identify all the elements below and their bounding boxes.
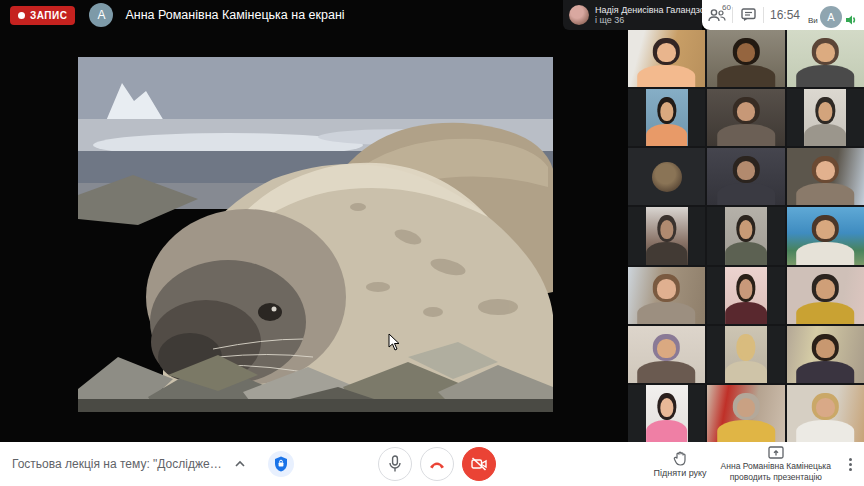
- recording-badge: ЗАПИС: [10, 6, 75, 25]
- host-controls-button[interactable]: [268, 451, 294, 477]
- person-silhouette: [718, 96, 774, 146]
- mouse-cursor-icon: [388, 333, 400, 351]
- bottom-right-cluster: Підняти руку Анна Романівна Камінецька п…: [653, 446, 856, 482]
- meeting-title: Гостьова лекція на тему: "Дослідження на…: [12, 457, 222, 471]
- participants-button[interactable]: 60: [702, 0, 732, 30]
- person-silhouette: [797, 333, 853, 383]
- shield-lock-icon: [274, 456, 288, 472]
- camera-off-button[interactable]: [462, 447, 496, 481]
- chat-button[interactable]: [733, 0, 763, 30]
- record-dot-icon: [18, 12, 25, 19]
- participant-grid: [628, 30, 864, 442]
- participant-tile-person-white-shirt[interactable]: [787, 385, 864, 442]
- participant-video: [787, 326, 864, 383]
- person-silhouette: [639, 333, 695, 383]
- presenting-status[interactable]: Анна Романівна Камінецька проводить през…: [721, 446, 831, 482]
- microphone-button[interactable]: [378, 447, 412, 481]
- participant-tile-girl-striped-top[interactable]: [787, 30, 864, 87]
- participant-video: [725, 326, 767, 383]
- raise-hand-label: Підняти руку: [653, 468, 706, 478]
- google-meet-window: { "topbar": { "recording_label": "ЗАПИС"…: [0, 0, 864, 486]
- participant-video: [628, 326, 705, 383]
- joined-lines: Надія Денисівна Галандзов... і ще 36: [595, 5, 702, 25]
- self-view-label: Ви: [808, 16, 818, 25]
- presenter-title: Анна Романівна Камінецька на екрані: [125, 8, 344, 22]
- person-silhouette: [726, 214, 766, 264]
- person-silhouette: [718, 37, 774, 87]
- more-vert-icon: [849, 458, 852, 461]
- participant-video: [646, 89, 688, 146]
- raise-hand-button[interactable]: Підняти руку: [653, 451, 706, 478]
- chat-icon: [741, 8, 756, 22]
- person-silhouette: [647, 96, 687, 146]
- joined-name: Надія Денисівна Галандзов...: [595, 5, 702, 15]
- person-silhouette: [647, 214, 687, 264]
- participant-video: [646, 207, 688, 264]
- participant-video: [787, 385, 864, 442]
- joined-participants-pill[interactable]: Надія Денисівна Галандзов... і ще 36: [563, 0, 702, 30]
- presenting-name: Анна Романівна Камінецька: [721, 461, 831, 472]
- self-avatar[interactable]: А: [820, 6, 842, 28]
- person-silhouette: [647, 392, 687, 442]
- joined-avatar: [569, 5, 589, 25]
- participant-tile-person-glasses-camo[interactable]: [707, 207, 784, 264]
- present-icon: [768, 446, 784, 459]
- participant-video: [628, 148, 705, 205]
- participant-tile-woman-glasses-map-wall[interactable]: [787, 326, 864, 383]
- participant-video: [787, 148, 864, 205]
- person-silhouette: [797, 37, 853, 87]
- shared-screen-area: [0, 0, 628, 442]
- participant-tile-face-closeup-dark[interactable]: [707, 148, 784, 205]
- participant-video: [787, 267, 864, 324]
- participant-video: [707, 30, 784, 87]
- participant-video: [725, 207, 767, 264]
- participant-tile-girl-red-sunglasses-beach[interactable]: [787, 207, 864, 264]
- participant-tile-woman-colorful-blanket[interactable]: [707, 385, 784, 442]
- participant-avatar-photo: [652, 162, 682, 192]
- participant-tile-girl-bookshelf-room[interactable]: [628, 267, 705, 324]
- participant-tile-man-dark-shirt[interactable]: [707, 30, 784, 87]
- camera-off-icon: [471, 457, 487, 471]
- person-silhouette: [797, 392, 853, 442]
- person-silhouette: [718, 155, 774, 205]
- participant-tile-woman-glasses-orange[interactable]: [628, 89, 705, 146]
- person-silhouette: [639, 273, 695, 323]
- person-silhouette: [797, 155, 853, 205]
- meeting-details-button[interactable]: [230, 454, 250, 474]
- person-silhouette: [805, 96, 845, 146]
- hangup-icon: [428, 460, 446, 469]
- participant-tile-girl-long-hair-window[interactable]: [787, 148, 864, 205]
- participant-tile-person-gray-sweater[interactable]: [787, 89, 864, 146]
- participant-tile-woman-black-chair-pink-wall[interactable]: [707, 267, 784, 324]
- status-bar: 60 16:54 Ви А: [702, 0, 864, 30]
- participant-video: [707, 385, 784, 442]
- participant-tile-person-mustard-top[interactable]: [787, 267, 864, 324]
- leave-call-button[interactable]: [420, 447, 454, 481]
- participant-tile-girl-pink-top[interactable]: [628, 385, 705, 442]
- person-silhouette: [797, 214, 853, 264]
- bottom-bar: Гостьова лекція на тему: "Дослідження на…: [0, 442, 864, 486]
- participant-video: [725, 267, 767, 324]
- participant-tile-person-lace-curtain[interactable]: [628, 207, 705, 264]
- participant-count: 60: [722, 3, 731, 12]
- seal-photo: [78, 57, 553, 412]
- joined-more-count: і ще 36: [595, 15, 702, 25]
- mic-icon: [388, 455, 402, 473]
- clock: 16:54: [764, 8, 806, 22]
- more-options-button[interactable]: [845, 454, 856, 475]
- person-silhouette: [639, 37, 695, 87]
- participant-tile-person-braids-photo-wall[interactable]: [628, 326, 705, 383]
- participant-tile-blonde-back-of-head[interactable]: [707, 326, 784, 383]
- participant-tile-camera-off-avatar[interactable]: [628, 148, 705, 205]
- participant-tile-woman-curly-hair[interactable]: [628, 30, 705, 87]
- recording-cluster: ЗАПИС А Анна Романівна Камінецька на екр…: [0, 0, 345, 30]
- presenter-avatar: А: [89, 3, 113, 27]
- recording-label: ЗАПИС: [30, 10, 67, 21]
- participant-video: [646, 385, 688, 442]
- participant-video: [707, 148, 784, 205]
- seal-illustration: [78, 57, 553, 412]
- person-silhouette: [726, 333, 766, 383]
- participant-tile-girl-looking-down[interactable]: [707, 89, 784, 146]
- participant-video: [787, 207, 864, 264]
- participant-video: [787, 30, 864, 87]
